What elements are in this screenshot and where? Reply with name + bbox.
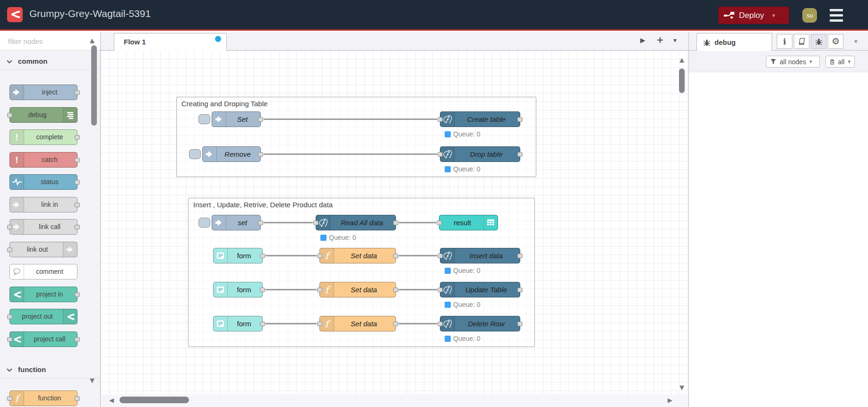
debug-sidebar-button[interactable] (811, 34, 826, 49)
node-form[interactable]: form (213, 282, 263, 297)
node-create-table[interactable]: Create table (440, 111, 520, 127)
input-port[interactable] (7, 314, 12, 319)
flow-group[interactable]: Creating and Droping Table (176, 97, 536, 177)
input-port[interactable] (438, 152, 443, 157)
wire-readall-to-result[interactable] (399, 222, 436, 223)
palette-node-inject[interactable]: inject (9, 85, 77, 100)
output-port[interactable] (393, 288, 398, 292)
category-header-common[interactable]: common (0, 53, 100, 70)
output-port[interactable] (258, 117, 263, 122)
input-port[interactable] (7, 247, 12, 252)
input-port[interactable] (317, 254, 322, 258)
wire-set2-to-readall[interactable] (264, 222, 313, 223)
palette-node-debug[interactable]: debug (9, 107, 77, 123)
wire-setdata2-to-update[interactable] (399, 289, 437, 290)
output-port[interactable] (517, 152, 523, 157)
output-port[interactable] (258, 220, 263, 225)
wire-form3-to-setdata3[interactable] (266, 323, 317, 324)
node-form[interactable]: form (213, 248, 263, 263)
inject-button[interactable] (198, 218, 210, 228)
sidebar-options-caret[interactable]: ▾ (854, 38, 858, 45)
main-menu-button[interactable] (830, 9, 843, 22)
wire-setdata3-to-delete[interactable] (399, 323, 437, 324)
node-set[interactable]: set (212, 215, 261, 230)
output-port[interactable] (75, 337, 80, 342)
wire-setdata1-to-insert[interactable] (399, 255, 437, 256)
palette-filter-input[interactable] (8, 37, 102, 45)
output-port[interactable] (75, 158, 80, 162)
node-set-data[interactable]: fSet data (319, 282, 396, 297)
output-port[interactable] (260, 288, 265, 292)
canvas-hscrollbar-thumb[interactable] (120, 397, 189, 403)
wire-remove-to-drop[interactable] (264, 153, 437, 155)
node-drop-table[interactable]: Drop table (440, 146, 520, 162)
input-port[interactable] (313, 220, 318, 225)
input-port[interactable] (438, 288, 443, 292)
output-port[interactable] (260, 254, 265, 258)
output-port[interactable] (75, 396, 80, 401)
canvas-hscrollbar-track[interactable]: ◀ ▶ (101, 394, 688, 407)
palette-node-link-out[interactable]: link out (9, 242, 77, 257)
canvas-scroll-up-icon[interactable]: ▲ (679, 56, 684, 63)
wire-set1-to-create[interactable] (264, 119, 437, 120)
input-port[interactable] (438, 254, 443, 258)
output-port[interactable] (517, 254, 523, 258)
help-sidebar-button[interactable] (794, 34, 809, 49)
wire-form2-to-setdata2[interactable] (266, 289, 317, 290)
palette-node-status[interactable]: status (9, 174, 77, 190)
palette-node-project-call[interactable]: project call (9, 331, 77, 347)
deploy-options-caret[interactable]: ▾ (772, 12, 775, 19)
config-sidebar-button[interactable]: ⚙ (828, 34, 843, 49)
node-update-table[interactable]: Update Table (440, 282, 520, 297)
palette-search[interactable] (0, 32, 100, 51)
sidebar-tab-debug[interactable]: debug (696, 33, 772, 51)
node-set[interactable]: Set (212, 111, 261, 127)
input-port[interactable] (437, 220, 442, 225)
inject-button[interactable] (198, 114, 210, 124)
add-flow-button[interactable]: + (656, 34, 664, 45)
info-sidebar-button[interactable]: i (777, 34, 792, 49)
node-set-data[interactable]: fSet data (319, 248, 396, 263)
output-port[interactable] (393, 254, 398, 258)
output-port[interactable] (393, 220, 398, 225)
node-form[interactable]: form (213, 316, 263, 331)
output-port[interactable] (393, 322, 398, 326)
debug-clear-button[interactable]: all ▾ (825, 56, 855, 68)
node-set-data[interactable]: fSet data (319, 316, 396, 331)
tab-flow-1[interactable]: Flow 1 (114, 33, 227, 51)
canvas-scroll-left-icon[interactable]: ◀ (109, 397, 114, 404)
palette-scroll-down-icon[interactable]: ▼ (90, 377, 98, 384)
flow-list-caret[interactable]: ▾ (673, 36, 677, 44)
output-port[interactable] (517, 117, 523, 122)
input-port[interactable] (438, 322, 443, 326)
output-port[interactable] (75, 225, 80, 229)
palette-scroll-up-icon[interactable]: ▲ (90, 37, 98, 44)
output-port[interactable] (75, 180, 80, 185)
debug-filter-button[interactable]: all nodes ▾ (766, 56, 820, 68)
tab-scroll-right-icon[interactable]: ▶ (640, 36, 645, 44)
output-port[interactable] (517, 322, 523, 326)
node-result[interactable]: result (439, 215, 498, 230)
input-port[interactable] (317, 288, 322, 292)
category-header-function[interactable]: function (0, 361, 100, 378)
input-port[interactable] (317, 322, 322, 326)
canvas-vscrollbar-thumb[interactable] (679, 68, 685, 93)
flow-canvas[interactable]: ▲ ▼ ◀ ▶ Creating and Droping TableInsert… (101, 51, 688, 407)
node-read-all-data[interactable]: Read All data (316, 215, 396, 230)
input-port[interactable] (7, 113, 12, 118)
palette-node-catch[interactable]: !catch (9, 152, 77, 168)
palette-node-link-in[interactable]: link in (9, 197, 77, 212)
palette-node-project-out[interactable]: project out (9, 309, 77, 324)
input-port[interactable] (438, 117, 443, 122)
output-port[interactable] (75, 203, 80, 207)
node-remove[interactable]: Remove (202, 146, 261, 162)
input-port[interactable] (7, 225, 12, 229)
input-port[interactable] (7, 337, 12, 342)
output-port[interactable] (75, 292, 80, 297)
input-port[interactable] (7, 396, 12, 401)
palette-node-project-in[interactable]: project in (9, 287, 77, 302)
node-insert-data[interactable]: Insert data (440, 248, 520, 263)
output-port[interactable] (517, 288, 523, 292)
palette-node-complete[interactable]: !complete (9, 129, 77, 145)
wire-form1-to-setdata1[interactable] (266, 255, 317, 256)
